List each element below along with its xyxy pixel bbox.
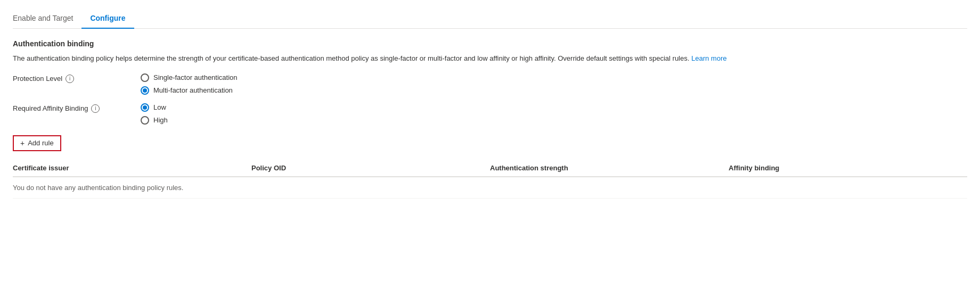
high-affinity-radio[interactable] [141, 116, 149, 125]
tab-enable-and-target[interactable]: Enable and Target [13, 9, 81, 29]
multi-factor-label: Multi-factor authentication [153, 86, 233, 94]
rules-table: Certificate issuer Policy OID Authentica… [13, 160, 967, 199]
low-affinity-radio[interactable] [141, 103, 149, 112]
section-title: Authentication binding [13, 39, 967, 48]
protection-level-info-icon[interactable]: i [66, 75, 74, 83]
add-rule-label: Add rule [28, 139, 53, 147]
table-header: Certificate issuer Policy OID Authentica… [13, 160, 967, 177]
low-affinity-label: Low [153, 103, 166, 111]
plus-icon: + [20, 139, 24, 147]
single-factor-option[interactable]: Single-factor authentication [141, 73, 238, 82]
high-affinity-option[interactable]: High [141, 116, 168, 125]
single-factor-radio[interactable] [141, 73, 149, 82]
col-header-strength: Authentication strength [490, 160, 729, 177]
col-header-issuer: Certificate issuer [13, 160, 251, 177]
low-affinity-option[interactable]: Low [141, 103, 168, 112]
tab-configure[interactable]: Configure [81, 9, 134, 29]
col-header-oid: Policy OID [251, 160, 490, 177]
protection-level-label: Protection Level i [13, 73, 119, 83]
high-affinity-label: High [153, 116, 168, 124]
tab-bar: Enable and Target Configure [13, 9, 967, 29]
protection-level-row: Protection Level i Single-factor authent… [13, 73, 967, 95]
table-empty-row: You do not have any authentication bindi… [13, 177, 967, 199]
affinity-binding-info-icon[interactable]: i [91, 104, 100, 113]
single-factor-label: Single-factor authentication [153, 73, 238, 81]
multi-factor-option[interactable]: Multi-factor authentication [141, 86, 238, 95]
affinity-binding-row: Required Affinity Binding i Low High [13, 103, 967, 125]
add-rule-button[interactable]: + Add rule [13, 135, 61, 151]
table-body: You do not have any authentication bindi… [13, 177, 967, 199]
col-header-affinity: Affinity binding [729, 160, 967, 177]
description-text: The authentication binding policy helps … [13, 53, 918, 64]
multi-factor-radio[interactable] [141, 86, 149, 95]
affinity-binding-label: Required Affinity Binding i [13, 103, 119, 113]
protection-level-radio-group: Single-factor authentication Multi-facto… [141, 73, 238, 95]
learn-more-link[interactable]: Learn more [691, 54, 726, 62]
affinity-binding-radio-group: Low High [141, 103, 168, 125]
empty-message: You do not have any authentication bindi… [13, 177, 967, 199]
